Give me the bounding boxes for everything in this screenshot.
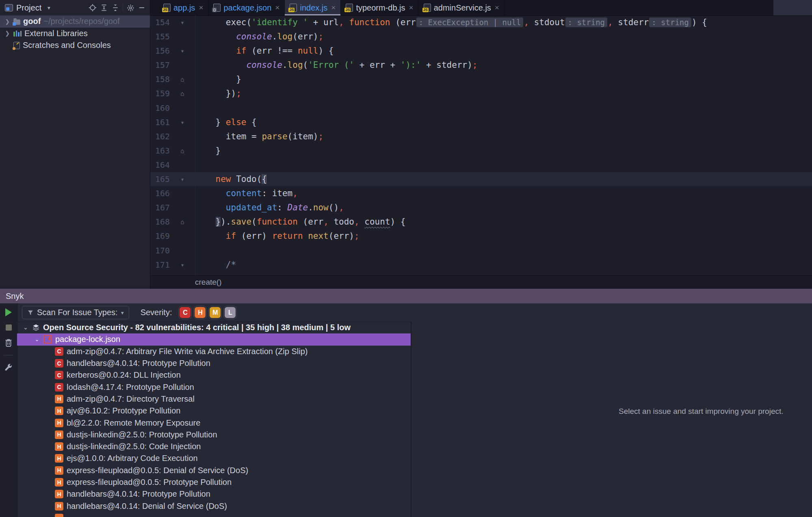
issue-row[interactable]: Hexpress-fileupload@0.0.5: Denial of Ser… — [17, 465, 411, 476]
severity-badge-H: H — [55, 502, 63, 511]
code-line-157[interactable]: 157 console.log('Error (' + err + '):' +… — [150, 58, 812, 72]
issue-row[interactable]: Hhandlebars@4.0.14: Denial of Service (D… — [17, 500, 411, 512]
code-line-159[interactable]: 159⌂ }); — [150, 87, 812, 101]
toolbar-divider — [123, 4, 123, 12]
code-line-163[interactable]: 163⌂ } — [150, 144, 812, 158]
code-text: content: item, — [195, 186, 298, 201]
code-line-154[interactable]: 154▾ exec('identify ' + url, function (e… — [150, 15, 812, 30]
code-line-166[interactable]: 166 content: item, — [150, 186, 812, 201]
tree-item-external-libraries[interactable]: ❯ External Libraries — [0, 28, 150, 40]
code-editor[interactable]: 154▾ exec('identify ' + url, function (e… — [150, 15, 812, 276]
issue-row[interactable]: Hdustjs-linkedin@2.5.0: Code Injection — [17, 441, 411, 452]
code-text: } else { — [195, 115, 257, 130]
code-text: } — [195, 144, 221, 158]
issue-row[interactable]: Hdustjs-linkedin@2.5.0: Prototype Pollut… — [17, 429, 411, 441]
code-line-158[interactable]: 158⌂ } — [150, 72, 812, 87]
issue-row[interactable]: Hajv@6.10.2: Prototype Pollution — [17, 405, 411, 417]
issue-row[interactable]: Clodash@4.17.4: Prototype Pollution — [17, 381, 411, 393]
issue-text: express-fileupload@0.0.5: Prototype Poll… — [67, 478, 232, 487]
snyk-panel-title: Snyk — [6, 292, 24, 301]
panel-divider[interactable] — [411, 322, 411, 517]
severity-badge-H: H — [55, 395, 63, 403]
code-line-167[interactable]: 167 updated_at: Date.now(), — [150, 201, 812, 215]
issue-row[interactable]: Hexpress-fileupload@0.0.5: Prototype Pol… — [17, 476, 411, 488]
code-line-160[interactable]: 160 — [150, 101, 812, 115]
fold-marker-icon[interactable]: ▾ — [170, 44, 195, 58]
issue-row[interactable]: Ckerberos@0.0.24: DLL Injection — [17, 369, 411, 381]
code-line-165[interactable]: 165▾ new Todo({ — [150, 172, 812, 186]
tab-typeorm-db.js[interactable]: JStypeorm-db.js× — [341, 0, 418, 15]
close-icon[interactable]: × — [495, 3, 499, 12]
issue-row[interactable]: Hhandlebars@4.0.14: Prototype Pollution — [17, 488, 411, 500]
editor-pane: JSapp.js×{}package.json×JSindex.js×JStyp… — [150, 0, 812, 289]
breadcrumb-item[interactable]: create() — [195, 278, 221, 287]
issue-row[interactable]: Hbl@2.2.0: Remote Memory Exposure — [17, 417, 411, 428]
chevron-down-icon[interactable]: ⌄ — [34, 336, 40, 342]
issue-row[interactable] — [17, 512, 411, 517]
expand-all-icon[interactable] — [100, 4, 108, 12]
close-icon[interactable]: × — [409, 3, 414, 12]
scan-summary-row[interactable]: ⌄ Open Source Security - 82 vulnerabilit… — [17, 322, 411, 333]
issue-row[interactable]: Cadm-zip@0.4.7: Arbitrary File Write via… — [17, 346, 411, 357]
fold-marker-icon[interactable]: ▾ — [170, 258, 195, 272]
issue-text: handlebars@4.0.14: Prototype Pollution — [67, 359, 210, 368]
fold-marker-icon[interactable]: ⌂ — [170, 215, 195, 229]
fold-marker-icon[interactable]: ▾ — [170, 15, 195, 30]
fold-marker-icon[interactable]: ▾ — [170, 115, 195, 130]
fold-marker-icon[interactable]: ⌂ — [170, 144, 195, 158]
gear-icon[interactable] — [126, 4, 134, 12]
chevron-down-icon[interactable]: ▾ — [45, 4, 53, 12]
tab-app.js[interactable]: JSapp.js× — [158, 0, 208, 15]
trash-icon[interactable] — [5, 339, 12, 347]
code-line-156[interactable]: 156▾ if (err !== null) { — [150, 44, 812, 58]
fold-marker-icon[interactable]: ⌂ — [170, 72, 195, 87]
fold-marker-icon[interactable]: ⌂ — [170, 87, 195, 101]
hide-panel-icon[interactable] — [138, 4, 146, 12]
issue-row[interactable]: Chandlebars@4.0.14: Prototype Pollution — [17, 357, 411, 369]
code-line-168[interactable]: 168⌂ }).save(function (err, todo, count)… — [150, 215, 812, 229]
severity-toggle-C[interactable]: C — [180, 307, 191, 318]
scan-filter-button[interactable]: Scan For Issue Types: ▾ — [22, 306, 129, 319]
chevron-down-icon[interactable]: ⌄ — [22, 324, 29, 331]
issue-row[interactable]: Hadm-zip@0.4.7: Directory Traversal — [17, 393, 411, 405]
snyk-toolbar: Scan For Issue Types: ▾ Severity: CHML — [17, 303, 411, 322]
locate-file-icon[interactable] — [89, 4, 97, 12]
chevron-right-icon[interactable]: ❯ — [4, 18, 11, 25]
close-icon[interactable]: × — [331, 3, 336, 12]
file-node-package-lock[interactable]: ⌄ package-lock.json — [17, 333, 411, 345]
code-line-162[interactable]: 162 item = parse(item); — [150, 130, 812, 144]
issue-text: adm-zip@0.4.7: Directory Traversal — [67, 394, 195, 404]
stop-scan-icon[interactable] — [6, 324, 12, 331]
line-number: 164 — [150, 158, 170, 172]
close-icon[interactable]: × — [199, 3, 203, 12]
fold-gutter — [170, 101, 195, 115]
severity-badge-H: H — [55, 454, 63, 463]
severity-toggle-M[interactable]: M — [210, 307, 221, 318]
code-line-171[interactable]: 171▾ /* — [150, 258, 812, 272]
code-text: item = parse(item); — [195, 130, 323, 144]
line-number: 155 — [150, 30, 170, 44]
code-line-170[interactable]: 170 — [150, 244, 812, 258]
code-line-161[interactable]: 161▾ } else { — [150, 115, 812, 130]
fold-gutter — [170, 30, 195, 44]
close-icon[interactable]: × — [275, 3, 279, 12]
chevron-right-icon[interactable]: ❯ — [4, 30, 11, 37]
issue-row[interactable]: Hejs@1.0.0: Arbitrary Code Execution — [17, 452, 411, 464]
code-line-155[interactable]: 155 console.log(err); — [150, 30, 812, 44]
code-line-164[interactable]: 164 — [150, 158, 812, 172]
library-icon — [13, 30, 22, 37]
code-line-169[interactable]: 169 if (err) return next(err); — [150, 229, 812, 243]
tree-item-scratches[interactable]: Scratches and Consoles — [0, 39, 150, 52]
run-scan-icon[interactable] — [5, 308, 12, 316]
collapse-all-icon[interactable] — [111, 4, 119, 12]
issue-text: express-fileupload@0.0.5: Denial of Serv… — [67, 466, 248, 475]
tab-adminService.js[interactable]: JSadminService.js× — [419, 0, 505, 15]
tab-package.json[interactable]: {}package.json× — [208, 0, 285, 15]
fold-marker-icon[interactable]: ▾ — [170, 172, 195, 186]
severity-toggle-H[interactable]: H — [195, 307, 206, 318]
wrench-icon[interactable] — [4, 363, 13, 372]
tab-index.js[interactable]: JSindex.js× — [285, 0, 341, 15]
tree-item-goof[interactable]: ❯ goof ~/projects/repos/goof — [0, 15, 150, 28]
snyk-panel-header[interactable]: Snyk — [0, 289, 812, 303]
severity-toggle-L[interactable]: L — [225, 307, 236, 318]
